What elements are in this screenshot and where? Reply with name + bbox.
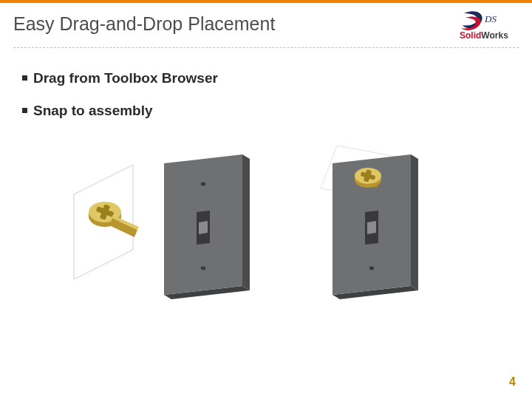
page-number: 4 xyxy=(509,375,516,389)
svg-text:SolidWorks: SolidWorks xyxy=(460,30,508,41)
bullet-item: Drag from Toolbox Browser xyxy=(22,70,510,86)
slide-title: Easy Drag-and-Drop Placement xyxy=(13,10,275,35)
illustration-drag-from-browser xyxy=(66,135,259,305)
logo-works-text: Works xyxy=(481,30,508,41)
switch-plate-icon xyxy=(164,154,250,299)
svg-marker-14 xyxy=(199,221,208,234)
header-row: Easy Drag-and-Drop Placement DS SolidWor… xyxy=(0,3,532,40)
brand-logo: DS SolidWorks xyxy=(460,10,519,40)
bullet-marker-icon xyxy=(22,108,27,113)
bullet-marker-icon xyxy=(22,75,27,81)
svg-marker-8 xyxy=(242,154,250,290)
bullet-text: Drag from Toolbox Browser xyxy=(33,70,218,86)
svg-point-12 xyxy=(201,267,205,270)
svg-marker-16 xyxy=(411,154,418,290)
ds-monogram: DS xyxy=(484,13,497,24)
illustration-snap-to-assembly xyxy=(288,135,451,305)
bullet-text: Snap to assembly xyxy=(33,103,153,119)
bullet-item: Snap to assembly xyxy=(22,103,510,119)
logo-solid-text: Solid xyxy=(460,30,481,41)
content-area: Drag from Toolbox Browser Snap to assemb… xyxy=(0,48,532,327)
svg-point-19 xyxy=(369,267,374,270)
svg-point-11 xyxy=(201,183,205,186)
fastener-icon xyxy=(89,202,139,237)
illustration-area xyxy=(22,135,510,327)
svg-marker-21 xyxy=(367,221,376,234)
fastener-icon xyxy=(355,168,381,188)
